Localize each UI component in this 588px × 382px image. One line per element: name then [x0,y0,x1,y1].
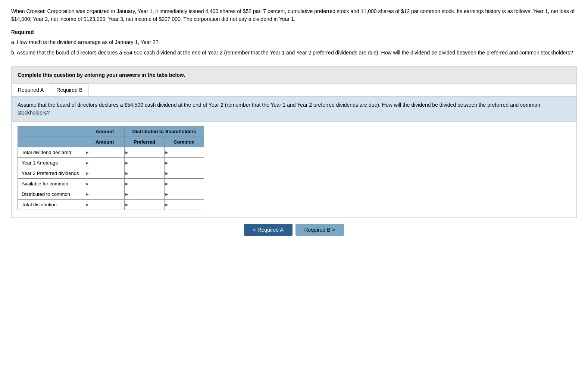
col-sub-preferred: Preferred [125,137,164,147]
cell-amount-0[interactable]: ▶ [85,147,125,157]
input-amount-2[interactable] [85,168,124,178]
table-row: Total dividend declared▶▶▶ [18,147,204,157]
input-common-4[interactable] [165,189,204,199]
row-label-0: Total dividend declared [18,147,85,157]
col-sub-empty [18,137,85,147]
cell-preferred-5[interactable]: ▶ [125,199,164,210]
row-label-4: Distributed to common [18,189,85,199]
table-row: Available for common▶▶▶ [18,178,204,189]
complete-instruction: Complete this question by entering your … [11,66,577,84]
cell-preferred-2[interactable]: ▶ [125,168,164,178]
input-amount-1[interactable] [85,158,124,168]
table-wrapper: Amount Distributed to Shareholders Amoun… [12,122,576,217]
cell-preferred-3[interactable]: ▶ [125,178,164,189]
row-label-2: Year 2 Preferred dividends [18,168,85,178]
cell-preferred-1[interactable]: ▶ [125,157,164,168]
row-label-3: Available for common [18,178,85,189]
input-preferred-0[interactable] [125,147,164,157]
input-preferred-2[interactable] [125,168,164,178]
cell-amount-2[interactable]: ▶ [85,168,125,178]
col-sub-amount: Amount [85,137,125,147]
input-amount-4[interactable] [85,189,124,199]
row-label-5: Total distribution [18,199,85,210]
input-amount-5[interactable] [85,200,124,210]
cell-common-1[interactable]: ▶ [164,157,204,168]
input-common-1[interactable] [165,158,204,168]
input-common-2[interactable] [165,168,204,178]
col-header-amount: Amount [85,126,125,137]
table-row: Year 1 Arrearage▶▶▶ [18,157,204,168]
tab-b-description: Assume that the board of directors decla… [12,97,576,122]
cell-amount-4[interactable]: ▶ [85,189,125,199]
cell-common-4[interactable]: ▶ [164,189,204,199]
nav-buttons: < Required A Required B > [11,224,577,236]
input-preferred-4[interactable] [125,189,164,199]
input-amount-0[interactable] [85,147,124,157]
cell-common-2[interactable]: ▶ [164,168,204,178]
dividend-table: Amount Distributed to Shareholders Amoun… [18,126,204,210]
col-header-empty [18,126,85,137]
col-header-distributed: Distributed to Shareholders [125,126,204,137]
table-row: Distributed to common▶▶▶ [18,189,204,199]
table-row: Year 2 Preferred dividends▶▶▶ [18,168,204,178]
input-preferred-1[interactable] [125,158,164,168]
cell-common-3[interactable]: ▶ [164,178,204,189]
questions-section: a. How much is the dividend arrearage as… [11,38,577,57]
required-heading: Required [11,29,577,35]
input-amount-3[interactable] [85,179,124,189]
cell-common-0[interactable]: ▶ [164,147,204,157]
nav-required-a-button[interactable]: < Required A [244,224,292,236]
input-common-0[interactable] [165,147,204,157]
nav-required-b-button[interactable]: Required B > [295,224,344,236]
intro-text: When Crossett Corporation was organized … [11,7,577,23]
cell-common-5[interactable]: ▶ [164,199,204,210]
input-preferred-3[interactable] [125,179,164,189]
tab-required-a[interactable]: Required A [12,84,50,96]
tabs-container: Required A Required B Assume that the bo… [11,84,577,218]
cell-amount-5[interactable]: ▶ [85,199,125,210]
row-label-1: Year 1 Arrearage [18,157,85,168]
col-sub-common: Common [164,137,204,147]
cell-preferred-4[interactable]: ▶ [125,189,164,199]
input-common-5[interactable] [165,200,204,210]
input-preferred-5[interactable] [125,200,164,210]
cell-amount-1[interactable]: ▶ [85,157,125,168]
input-common-3[interactable] [165,179,204,189]
question-a: a. How much is the dividend arrearage as… [11,38,577,47]
tabs-header: Required A Required B [12,84,576,97]
table-row: Total distribution▶▶▶ [18,199,204,210]
cell-preferred-0[interactable]: ▶ [125,147,164,157]
cell-amount-3[interactable]: ▶ [85,178,125,189]
question-b: b. Assume that the board of directors de… [11,48,577,57]
tab-required-b[interactable]: Required B [50,84,89,96]
